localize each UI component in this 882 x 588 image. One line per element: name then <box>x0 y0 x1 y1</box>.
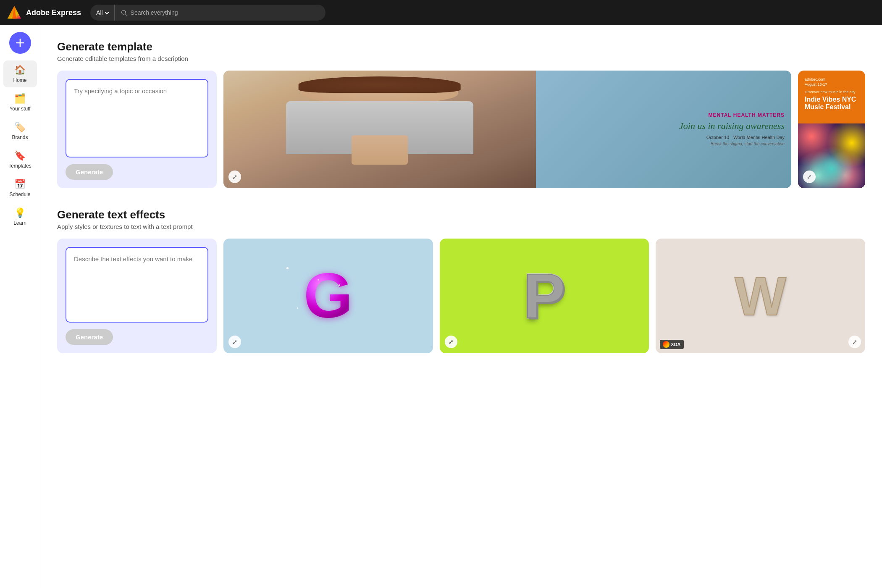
lightbulb-icon: 💡 <box>14 207 26 218</box>
svg-point-2 <box>121 10 125 14</box>
templates-icon: 🔖 <box>14 150 26 161</box>
letter-g-card: G ⤢ <box>223 239 433 353</box>
orange-card-title: Indie Vibes NYC Music Festival <box>805 96 858 110</box>
person-hands <box>352 135 408 165</box>
generate-text-effects-card: Generate <box>57 239 217 353</box>
generate-template-card: Generate <box>57 71 217 188</box>
mental-health-text-area: MENTAL HEALTH MATTERS Join us in raising… <box>512 112 785 146</box>
generate-template-cards-row: Generate <box>57 71 865 188</box>
expand-mental-health-button[interactable]: ⤢ <box>228 171 241 183</box>
search-bar[interactable]: All Search everything <box>90 5 326 21</box>
generate-template-title: Generate template <box>57 40 865 53</box>
sidebar-item-templates[interactable]: 🔖 Templates <box>3 146 37 173</box>
mental-health-event-title: MENTAL HEALTH MATTERS <box>512 112 785 118</box>
orange-card-site: adribec.com <box>805 77 858 81</box>
sidebar-item-home[interactable]: 🏠 Home <box>3 60 37 87</box>
chevron-down-icon <box>105 10 109 14</box>
generate-text-effects-cards-row: Generate G ⤢ P ⤢ <box>57 239 865 353</box>
letter-p-card: P ⤢ <box>440 239 649 353</box>
generate-template-subtitle: Generate editable templates from a descr… <box>57 55 865 62</box>
create-button[interactable] <box>9 32 31 54</box>
sidebar-item-your-stuff[interactable]: 🗂️ Your stuff <box>3 89 37 116</box>
search-dropdown-value: All <box>96 9 103 16</box>
sidebar-item-brands-label: Brands <box>12 134 28 140</box>
badge-icon: 🏷️ <box>14 122 26 133</box>
sidebar-item-your-stuff-label: Your stuff <box>9 106 30 112</box>
sidebar-item-learn-label: Learn <box>13 220 26 226</box>
xda-label: XDA <box>671 342 680 347</box>
home-icon: 🏠 <box>14 65 26 76</box>
generate-template-input[interactable] <box>66 79 208 158</box>
person-image-area <box>223 71 536 188</box>
letter-p-container: P <box>440 239 649 353</box>
letter-w-container: W <box>656 239 865 353</box>
app-name: Adobe Express <box>26 8 81 17</box>
search-input-area[interactable]: Search everything <box>115 9 326 16</box>
xda-circle-icon <box>663 341 669 348</box>
letter-w: W <box>735 265 786 328</box>
xda-watermark: XDA <box>660 340 683 349</box>
sparkle-3 <box>297 307 298 309</box>
sidebar: 🏠 Home 🗂️ Your stuff 🏷️ Brands 🔖 Templat… <box>0 25 40 588</box>
mental-health-break-text: Break the stigma, start the conversation <box>512 142 785 147</box>
search-icon <box>121 9 127 16</box>
sidebar-item-learn[interactable]: 💡 Learn <box>3 203 37 230</box>
generate-text-effects-section: Generate text effects Apply styles or te… <box>57 208 865 353</box>
letter-g-container: G <box>223 239 433 353</box>
main-content: Generate template Generate editable temp… <box>40 25 882 588</box>
topnav: Adobe Express All Search everything <box>0 0 882 25</box>
expand-letter-p-button[interactable]: ⤢ <box>445 336 457 348</box>
sidebar-item-brands[interactable]: 🏷️ Brands <box>3 118 37 144</box>
search-dropdown[interactable]: All <box>90 5 115 21</box>
expand-letter-w-button[interactable]: ⤢ <box>848 336 861 348</box>
logo-area: Adobe Express <box>7 5 81 20</box>
expand-letter-g-button[interactable]: ⤢ <box>228 336 241 348</box>
briefcase-icon: 🗂️ <box>14 93 26 104</box>
svg-line-3 <box>125 14 127 16</box>
search-placeholder: Search everything <box>131 9 178 16</box>
expand-orange-card-button[interactable]: ⤢ <box>803 171 816 183</box>
orange-card-date: August 15-17 <box>805 82 858 87</box>
mental-health-date: October 10 - World Mental Health Day <box>512 135 785 140</box>
mental-health-preview-card: MENTAL HEALTH MATTERS Join us in raising… <box>223 71 791 188</box>
sidebar-item-schedule[interactable]: 📅 Schedule <box>3 175 37 202</box>
person-bg <box>223 71 536 188</box>
letter-w-card: W XDA ⤢ <box>656 239 865 353</box>
mental-health-join-text: Join us in raising awareness <box>512 121 785 131</box>
calendar-icon: 📅 <box>14 179 26 190</box>
person-hair <box>298 76 461 93</box>
sidebar-item-home-label: Home <box>13 77 26 83</box>
adobe-express-logo <box>7 5 22 20</box>
letter-g: G <box>304 260 353 332</box>
generate-text-effects-input[interactable] <box>66 247 208 323</box>
generate-text-effects-title: Generate text effects <box>57 208 865 221</box>
generate-template-section: Generate template Generate editable temp… <box>57 40 865 188</box>
plus-icon <box>15 37 26 48</box>
orange-music-card: adribec.com August 15-17 Discover new mu… <box>798 71 865 188</box>
sparkle-1 <box>286 267 289 269</box>
orange-card-discover: Discover new music in the city <box>805 90 858 94</box>
sidebar-item-schedule-label: Schedule <box>9 192 30 197</box>
letter-p: P <box>523 260 565 332</box>
generate-text-effects-button[interactable]: Generate <box>66 329 113 345</box>
sidebar-item-templates-label: Templates <box>8 163 32 169</box>
generate-template-button[interactable]: Generate <box>66 164 113 180</box>
generate-text-effects-subtitle: Apply styles or textures to text with a … <box>57 223 865 230</box>
